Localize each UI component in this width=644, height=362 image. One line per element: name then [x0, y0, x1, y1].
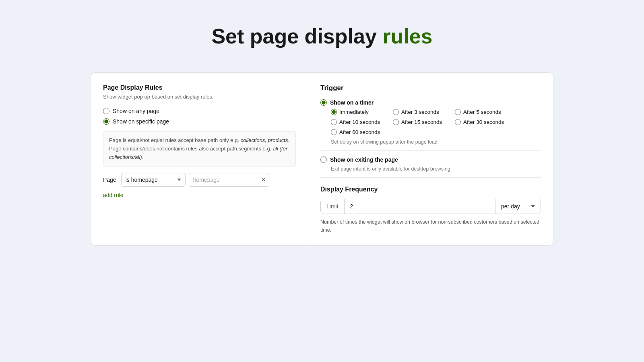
- after-10-radio[interactable]: [331, 119, 337, 125]
- left-panel: Page Display Rules Show widget pop up ba…: [91, 72, 308, 246]
- timer-trigger-option: Show on a timer Immediately After 3 seco…: [320, 99, 541, 145]
- after-30-option[interactable]: After 30 seconds: [455, 119, 507, 125]
- freq-section-title: Display Frequency: [320, 186, 541, 193]
- trigger-section: Trigger Show on a timer Immediately: [320, 84, 541, 172]
- freq-row: Limit per day per week per month always: [320, 199, 541, 214]
- after-3-option[interactable]: After 3 seconds: [393, 109, 445, 115]
- page-wrapper: Set page display rules Page Display Rule…: [0, 0, 644, 262]
- exit-trigger-option: Show on exiting the page Exit page inten…: [320, 156, 541, 172]
- timer-row-2: After 10 seconds After 15 seconds After …: [331, 119, 541, 125]
- timer-row-3: After 60 seconds: [331, 129, 541, 135]
- info-box: Page is equal/not equal rules accept bas…: [103, 131, 296, 167]
- timer-hint: Set delay on showing popup after the pag…: [331, 139, 541, 145]
- show-specific-page-option[interactable]: Show on specific page: [103, 118, 296, 125]
- after-5-option[interactable]: After 5 seconds: [455, 109, 507, 115]
- after-10-label: After 10 seconds: [339, 119, 380, 125]
- left-panel-subtitle: Show widget pop up based on set display …: [103, 94, 296, 100]
- show-specific-page-radio[interactable]: [103, 118, 109, 125]
- page-condition-select[interactable]: is homepage is not homepage contains doe…: [121, 173, 186, 187]
- clear-page-value-button[interactable]: ✕: [261, 177, 266, 183]
- info-text-3: .: [142, 154, 144, 160]
- after-10-option[interactable]: After 10 seconds: [331, 119, 383, 125]
- show-any-page-label: Show on any page: [113, 108, 159, 114]
- show-on-exit-label[interactable]: Show on exiting the page: [320, 156, 541, 163]
- page-field-label: Page: [103, 177, 116, 183]
- show-on-timer-text: Show on a timer: [330, 99, 374, 106]
- freq-value-input[interactable]: [345, 199, 495, 214]
- show-on-timer-label[interactable]: Show on a timer: [320, 99, 541, 106]
- after-15-option[interactable]: After 15 seconds: [393, 119, 445, 125]
- page-rule-row: Page is homepage is not homepage contain…: [103, 173, 296, 187]
- show-any-page-radio[interactable]: [103, 108, 109, 114]
- info-text-1: Page is equal/not equal rules accept bas…: [109, 137, 241, 143]
- freq-period-wrapper[interactable]: per day per week per month always: [495, 199, 541, 214]
- trigger-title: Trigger: [320, 84, 541, 92]
- immediately-radio[interactable]: [331, 109, 337, 115]
- immediately-option[interactable]: Immediately: [331, 109, 383, 115]
- show-on-timer-radio[interactable]: [320, 99, 327, 106]
- left-panel-title: Page Display Rules: [103, 84, 296, 91]
- freq-period-select[interactable]: per day per week per month always: [501, 203, 535, 210]
- page-value-wrapper: ✕: [189, 173, 269, 187]
- page-title: Set page display rules: [211, 24, 432, 48]
- page-title-text: Set page display: [211, 25, 382, 48]
- after-60-label: After 60 seconds: [339, 129, 380, 135]
- after-30-radio[interactable]: [455, 119, 461, 125]
- add-rule-link[interactable]: add rule: [103, 192, 124, 198]
- freq-hint: Number of times the widget will show on …: [320, 218, 541, 234]
- panels-row: Page Display Rules Show widget pop up ba…: [91, 72, 553, 246]
- after-3-label: After 3 seconds: [401, 109, 439, 115]
- timer-options: Immediately After 3 seconds After 5 seco…: [331, 109, 541, 137]
- show-specific-page-label: Show on specific page: [113, 118, 169, 125]
- info-italic-1: collections, products: [241, 137, 288, 143]
- display-frequency-section: Display Frequency Limit per day per week…: [320, 186, 541, 234]
- trigger-divider: [320, 150, 541, 151]
- freq-divider: [320, 177, 541, 178]
- after-15-radio[interactable]: [393, 119, 399, 125]
- after-15-label: After 15 seconds: [401, 119, 442, 125]
- after-5-label: After 5 seconds: [463, 109, 501, 115]
- page-title-highlight: rules: [382, 25, 432, 48]
- show-on-exit-radio[interactable]: [320, 156, 327, 163]
- after-30-label: After 30 seconds: [463, 119, 504, 125]
- timer-row-1: Immediately After 3 seconds After 5 seco…: [331, 109, 541, 115]
- after-3-radio[interactable]: [393, 109, 399, 115]
- right-panel: Trigger Show on a timer Immediately: [308, 72, 553, 246]
- show-on-exit-text: Show on exiting the page: [330, 156, 398, 163]
- after-60-option[interactable]: After 60 seconds: [331, 129, 383, 135]
- page-radio-group: Show on any page Show on specific page: [103, 108, 296, 125]
- immediately-label: Immediately: [339, 109, 369, 115]
- page-value-input[interactable]: [189, 173, 269, 187]
- after-5-radio[interactable]: [455, 109, 461, 115]
- freq-limit-label: Limit: [321, 199, 345, 214]
- exit-hint: Exit page intent is only available for d…: [331, 166, 541, 172]
- show-any-page-option[interactable]: Show on any page: [103, 108, 296, 114]
- after-60-radio[interactable]: [331, 129, 337, 135]
